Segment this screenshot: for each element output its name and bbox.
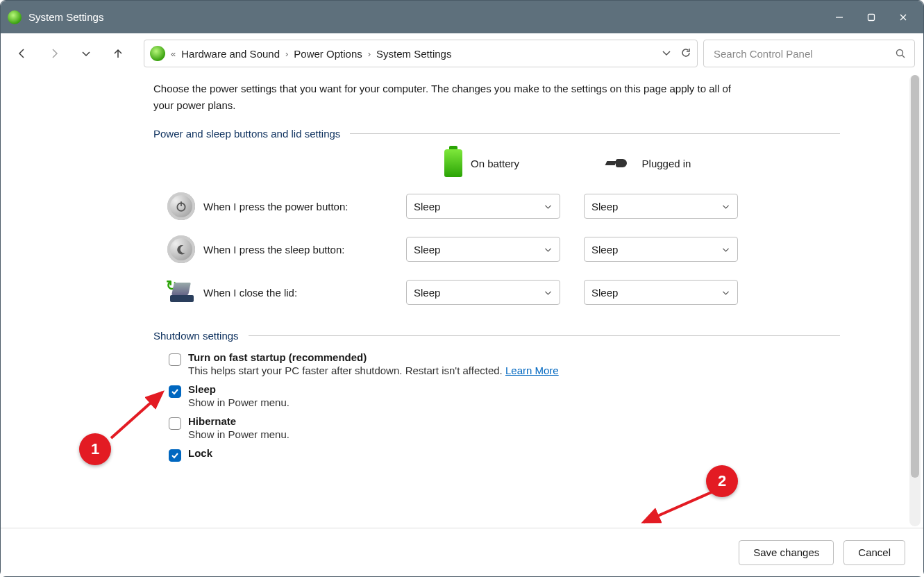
sleep-button-battery-select[interactable]: Sleep bbox=[406, 237, 560, 262]
option-desc: Show in Power menu. bbox=[188, 396, 289, 408]
row-label: When I press the power button: bbox=[203, 201, 398, 212]
search-icon bbox=[895, 48, 906, 59]
lock-option: Lock bbox=[169, 447, 840, 462]
column-label-battery: On battery bbox=[471, 158, 519, 169]
lid-close-row: ↻ When I close the lid: Sleep Sleep bbox=[153, 278, 840, 306]
plug-icon bbox=[606, 157, 634, 169]
learn-more-link[interactable]: Learn More bbox=[505, 365, 559, 376]
search-box[interactable] bbox=[703, 40, 915, 67]
content-pane: Choose the power settings that you want … bbox=[1, 74, 923, 528]
search-input[interactable] bbox=[712, 47, 895, 60]
sleep-option: Sleep Show in Power menu. bbox=[169, 383, 840, 408]
minimize-button[interactable] bbox=[823, 1, 855, 33]
column-label-plugged: Plugged in bbox=[642, 158, 691, 169]
option-title: Hibernate bbox=[188, 415, 289, 427]
column-headers: On battery Plugged in bbox=[402, 149, 840, 177]
scrollbar[interactable] bbox=[909, 75, 921, 526]
svg-point-4 bbox=[897, 50, 903, 56]
chevron-right-icon: › bbox=[285, 49, 288, 59]
section-title: Power and sleep buttons and lid settings bbox=[153, 128, 340, 140]
back-button[interactable] bbox=[9, 40, 35, 67]
cancel-button[interactable]: Cancel bbox=[843, 540, 905, 565]
section-header-shutdown: Shutdown settings bbox=[153, 330, 840, 342]
sleep-button-plugged-select[interactable]: Sleep bbox=[584, 237, 738, 262]
shutdown-settings-list: Turn on fast startup (recommended) This … bbox=[169, 351, 840, 462]
intro-text: Choose the power settings that you want … bbox=[153, 81, 750, 114]
svg-rect-1 bbox=[868, 14, 875, 20]
close-button[interactable] bbox=[887, 1, 919, 33]
annotation-arrow-1 bbox=[103, 384, 172, 446]
breadcrumb-item[interactable]: Power Options bbox=[294, 48, 362, 60]
fast-startup-checkbox[interactable] bbox=[169, 353, 181, 366]
power-button-row: When I press the power button: Sleep Sle… bbox=[153, 192, 840, 220]
lid-close-battery-select[interactable]: Sleep bbox=[406, 280, 560, 305]
chevron-left-icon: « bbox=[171, 49, 176, 59]
svg-line-5 bbox=[902, 56, 905, 58]
fast-startup-option: Turn on fast startup (recommended) This … bbox=[169, 351, 840, 376]
maximize-button[interactable] bbox=[855, 1, 887, 33]
lock-checkbox[interactable] bbox=[169, 449, 181, 462]
breadcrumb-item[interactable]: System Settings bbox=[376, 48, 451, 60]
lid-icon: ↻ bbox=[167, 280, 195, 305]
option-title: Lock bbox=[188, 447, 212, 459]
breadcrumb-item[interactable]: Hardware and Sound bbox=[181, 48, 280, 60]
option-title: Turn on fast startup (recommended) bbox=[188, 351, 559, 363]
forward-button[interactable] bbox=[41, 40, 67, 67]
window-frame: System Settings « Hardware and Sound › bbox=[0, 0, 924, 577]
location-icon bbox=[150, 46, 165, 61]
sleep-button-row: When I press the sleep button: Sleep Sle… bbox=[153, 235, 840, 263]
titlebar: System Settings bbox=[1, 1, 923, 33]
hibernate-option: Hibernate Show in Power menu. bbox=[169, 415, 840, 440]
lid-close-plugged-select[interactable]: Sleep bbox=[584, 280, 738, 305]
power-button-plugged-select[interactable]: Sleep bbox=[584, 194, 738, 219]
sleep-icon bbox=[167, 235, 195, 263]
option-desc: This helps start your PC faster after sh… bbox=[188, 365, 559, 376]
app-icon bbox=[8, 10, 22, 24]
window-title: System Settings bbox=[28, 11, 103, 23]
row-label: When I close the lid: bbox=[203, 287, 398, 299]
save-changes-button[interactable]: Save changes bbox=[739, 540, 834, 565]
navbar: « Hardware and Sound › Power Options › S… bbox=[1, 33, 923, 74]
recent-locations-button[interactable] bbox=[73, 40, 99, 67]
section-header-buttons: Power and sleep buttons and lid settings bbox=[153, 128, 840, 140]
option-desc: Show in Power menu. bbox=[188, 428, 289, 440]
svg-line-8 bbox=[111, 392, 162, 438]
refresh-button[interactable] bbox=[680, 47, 691, 60]
power-icon bbox=[167, 192, 195, 220]
footer: Save changes Cancel bbox=[1, 528, 923, 576]
chevron-right-icon: › bbox=[368, 49, 371, 59]
svg-line-9 bbox=[644, 492, 713, 522]
option-title: Sleep bbox=[188, 383, 289, 395]
address-bar[interactable]: « Hardware and Sound › Power Options › S… bbox=[144, 40, 698, 67]
power-button-battery-select[interactable]: Sleep bbox=[406, 194, 560, 219]
annotation-arrow-2 bbox=[637, 487, 727, 528]
scrollbar-thumb[interactable] bbox=[911, 75, 919, 478]
up-button[interactable] bbox=[105, 40, 131, 67]
chevron-down-icon[interactable] bbox=[661, 47, 672, 60]
row-label: When I press the sleep button: bbox=[203, 244, 398, 256]
battery-icon bbox=[444, 149, 462, 177]
section-title: Shutdown settings bbox=[153, 330, 239, 342]
